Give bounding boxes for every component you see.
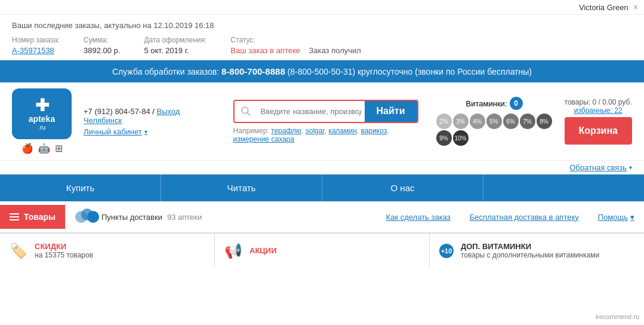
order-col-sum: Сумма: 3892.00 р. — [84, 36, 120, 55]
order-number-value[interactable]: А-35971538 — [12, 46, 54, 55]
user-name: Victoria Green — [579, 3, 628, 12]
order-col-date: Дата оформления: 5 окт. 2019 г. — [144, 36, 207, 55]
site-header: ✚ apteka .ru 🍎 🤖 ⊞ +7 (912) 804-57-84 / … — [0, 82, 644, 161]
hamburger-icon — [10, 213, 19, 220]
vitamins-section: Витаминки: 0 2% 3% 4% 5% 6% 7% 8% 9% 10% — [436, 97, 553, 146]
phone-number: +7 (912) 804-57-84 — [84, 107, 150, 116]
personal-cabinet-arrow-icon: ▾ — [144, 128, 147, 135]
sub-nav-delivery[interactable]: Пункты доставки 93 аптеки — [65, 201, 211, 232]
service-phone1[interactable]: 8-800-700-8888 — [221, 66, 285, 76]
cart-button[interactable]: Корзина — [565, 117, 632, 145]
nav-buy[interactable]: Купить — [0, 174, 161, 201]
search-icon — [241, 106, 251, 116]
example-2[interactable]: solgar — [306, 127, 325, 135]
order-date-label: Дата оформления: — [144, 36, 207, 44]
sub-nav-goods[interactable]: Товары — [0, 205, 65, 229]
logo-cross-icon: ✚ — [35, 97, 49, 114]
windows-icon[interactable]: ⊞ — [55, 143, 63, 154]
vitamins-badge: Витаминки: 0 — [466, 97, 523, 110]
personal-cabinet-row: Личный кабинет ▾ — [84, 127, 221, 136]
order-sum-value: 3892.00 р. — [84, 46, 120, 55]
sub-nav-right: Как сделать заказ Бесплатная доставка в … — [377, 206, 644, 229]
promo-vitamins-title: ДОП. ВИТАМИНКИ — [461, 242, 599, 251]
discounts-icon: 🏷️ — [10, 243, 27, 259]
order-status-red: Ваш заказ в аптеке — [230, 46, 300, 55]
header-nav: +7 (912) 804-57-84 / Выход Челябинск Лич… — [84, 107, 221, 136]
disc-7pct[interactable]: 7% — [520, 114, 535, 129]
promo-vitamins-text: ДОП. ВИТАМИНКИ товары с дополнительными … — [461, 242, 599, 259]
hamburger-line-3 — [10, 219, 19, 220]
order-status-label: Статус: — [230, 36, 361, 44]
promo-promo[interactable]: 📢 АКЦИИ — [215, 234, 430, 268]
logo[interactable]: ✚ apteka .ru — [12, 88, 72, 139]
disc-5pct[interactable]: 5% — [486, 114, 502, 129]
feedback-row: Обратная связь ▾ — [0, 161, 644, 174]
favorites-link[interactable]: избранные: 22 — [574, 106, 623, 115]
sub-nav: Товары Пункты доставки 93 аптеки Как сде… — [0, 201, 644, 233]
svg-point-0 — [242, 107, 248, 114]
orders-table: Номер заказа: А-35971538 Сумма: 3892.00 … — [12, 36, 632, 55]
free-delivery-link[interactable]: Бесплатная доставка в аптеку — [460, 206, 588, 229]
nav-about[interactable]: О нас — [322, 174, 483, 201]
how-to-order-link[interactable]: Как сделать заказ — [377, 206, 460, 229]
vitamins-count: 0 — [510, 97, 523, 110]
example-3[interactable]: каламин — [328, 127, 356, 135]
nav-read[interactable]: Читать — [161, 174, 322, 201]
hamburger-line-2 — [10, 216, 19, 217]
top-user-bar: Victoria Green × — [0, 0, 644, 15]
logo-ru: .ru — [38, 124, 46, 131]
example-4[interactable]: варикоз — [361, 127, 387, 135]
exit-link[interactable]: Выход — [157, 107, 180, 116]
promo-discounts[interactable]: 🏷️ СКИДКИ на 15375 товаров — [0, 234, 215, 268]
logo-text: apteka — [29, 114, 55, 124]
search-examples: Например: терафлю, solgar, каламин, вари… — [233, 127, 418, 143]
cart-area: товары: 0 / 0.00 руб. избранные: 22 Корз… — [565, 98, 632, 145]
nav-extra[interactable] — [483, 174, 644, 201]
disc-3pct[interactable]: 3% — [453, 114, 469, 129]
disc-9pct[interactable]: 9% — [436, 130, 452, 146]
logo-column: ✚ apteka .ru 🍎 🤖 ⊞ — [12, 88, 72, 154]
app-icons-row: 🍎 🤖 ⊞ — [21, 143, 63, 154]
disc-6pct[interactable]: 6% — [503, 114, 519, 129]
hamburger-line-1 — [10, 213, 19, 214]
order-date-value: 5 окт. 2019 г. — [144, 46, 189, 55]
order-number-label: Номер заказа: — [12, 36, 60, 44]
close-icon[interactable]: × — [633, 2, 638, 12]
discount-circles: 2% 3% 4% 5% 6% 7% 8% 9% 10% — [436, 114, 553, 146]
cart-items-text: товары: 0 / 0.00 руб. — [565, 98, 632, 106]
svg-line-1 — [247, 112, 250, 115]
feedback-link[interactable]: Обратная связь — [569, 163, 627, 172]
example-1[interactable]: терафлю — [271, 127, 301, 135]
order-status-green[interactable]: Заказ получил — [309, 46, 360, 55]
promo-discounts-title: СКИДКИ — [35, 242, 93, 251]
city-link[interactable]: Челябинск — [84, 116, 122, 125]
help-label: Помощь — [598, 213, 628, 222]
search-icon-box — [235, 101, 257, 122]
service-rest: (8-800-500-50-31) круглосуточно (звонки … — [285, 67, 532, 76]
search-input[interactable] — [257, 101, 365, 122]
phone-exit-row: +7 (912) 804-57-84 / Выход Челябинск — [84, 107, 221, 125]
orders-panel: Ваши последние заказы, актуально на 12.1… — [0, 15, 644, 60]
service-banner: Служба обработки заказов: 8-800-700-8888… — [0, 60, 644, 82]
disc-2pct[interactable]: 2% — [436, 114, 452, 129]
promo-discounts-text: СКИДКИ на 15375 товаров — [35, 242, 93, 259]
android-icon[interactable]: 🤖 — [38, 143, 50, 154]
disc-10pct[interactable]: 10% — [453, 130, 469, 146]
vitamins-bonus-badge: +10 — [439, 244, 454, 258]
search-bar: Найти — [233, 100, 418, 123]
service-text: Служба обработки заказов: — [112, 67, 221, 76]
apple-icon[interactable]: 🍎 — [21, 143, 33, 154]
disc-4pct[interactable]: 4% — [470, 114, 485, 129]
examples-prefix: Например: — [233, 127, 271, 135]
personal-cabinet-link[interactable]: Личный кабинет — [84, 127, 142, 136]
feedback-arrow-icon: ▾ — [629, 164, 632, 171]
promo-promo-text: АКЦИИ — [249, 246, 277, 255]
pharmacies-count: 93 аптеки — [167, 213, 202, 222]
search-button[interactable]: Найти — [365, 101, 417, 122]
promo-row: 🏷️ СКИДКИ на 15375 товаров 📢 АКЦИИ +10 Д… — [0, 233, 644, 268]
example-5[interactable]: измерение сахара — [233, 135, 294, 143]
disc-8pct[interactable]: 8% — [537, 114, 552, 129]
promo-vitamins[interactable]: +10 ДОП. ВИТАМИНКИ товары с дополнительн… — [430, 234, 644, 268]
help-link[interactable]: Помощь ▾ — [588, 206, 644, 229]
order-sum-label: Сумма: — [84, 36, 120, 44]
